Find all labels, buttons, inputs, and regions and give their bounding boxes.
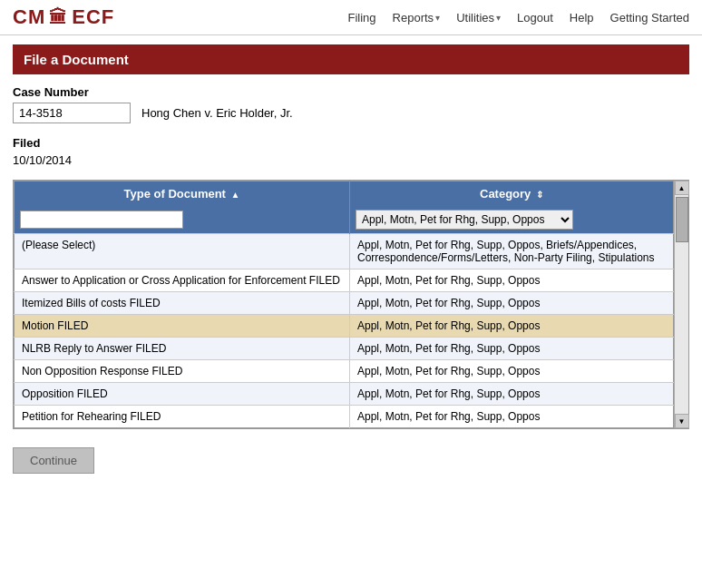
table-row[interactable]: Itemized Bills of costs FILEDAppl, Motn,… <box>15 292 674 315</box>
logo: CM 🏛 ECF <box>13 5 114 29</box>
table-header-row: Type of Document ▲ Category ⇕ <box>15 181 674 207</box>
header: CM 🏛 ECF Filing Reports ▾ Utilities ▾ Lo… <box>0 0 702 35</box>
document-table-main: Type of Document ▲ Category ⇕ <box>14 181 674 428</box>
category-sort-indicator: ⇕ <box>536 190 543 200</box>
category-select[interactable]: Appl, Motn, Pet for Rhg, Supp, Oppos Bri… <box>356 210 573 230</box>
table-cell-category: Appl, Motn, Pet for Rhg, Supp, Oppos <box>350 338 674 360</box>
table-row[interactable]: Motion FILEDAppl, Motn, Pet for Rhg, Sup… <box>15 315 674 338</box>
table-cell-category: Appl, Motn, Pet for Rhg, Supp, Oppos, Br… <box>350 234 674 270</box>
table-cell-category: Appl, Motn, Pet for Rhg, Supp, Oppos <box>350 360 674 383</box>
continue-button[interactable]: Continue <box>13 447 94 474</box>
utilities-dropdown-arrow: ▾ <box>496 13 501 23</box>
table-cell-category: Appl, Motn, Pet for Rhg, Supp, Oppos <box>350 383 674 406</box>
scrollbar[interactable]: ▲ ▼ <box>674 181 688 428</box>
section-title: File a Document <box>13 44 689 74</box>
table-cell-type: (Please Select) <box>15 234 350 270</box>
logo-ecf: ECF <box>72 5 114 29</box>
table-cell-type: Itemized Bills of costs FILED <box>15 292 350 315</box>
filed-section: Filed 10/10/2014 <box>13 136 689 167</box>
col-type-header[interactable]: Type of Document ▲ <box>15 181 350 207</box>
table-cell-category: Appl, Motn, Pet for Rhg, Supp, Oppos <box>350 292 674 315</box>
search-row: Appl, Motn, Pet for Rhg, Supp, Oppos Bri… <box>15 206 674 234</box>
table-body: (Please Select)Appl, Motn, Pet for Rhg, … <box>15 234 674 428</box>
type-search-cell <box>15 206 350 234</box>
table-row[interactable]: Opposition FILEDAppl, Motn, Pet for Rhg,… <box>15 383 674 406</box>
table-cell-category: Appl, Motn, Pet for Rhg, Supp, Oppos <box>350 406 674 428</box>
nav-filing[interactable]: Filing <box>348 11 376 24</box>
table-cell-type: Petition for Rehearing FILED <box>15 406 350 428</box>
table-cell-type: NLRB Reply to Answer FILED <box>15 338 350 360</box>
table-cell-category: Appl, Motn, Pet for Rhg, Supp, Oppos <box>350 270 674 292</box>
nav-utilities[interactable]: Utilities ▾ <box>456 11 501 24</box>
filed-date: 10/10/2014 <box>13 153 689 167</box>
type-search-input[interactable] <box>20 211 183 229</box>
case-name: Hong Chen v. Eric Holder, Jr. <box>141 106 293 120</box>
table-row[interactable]: Petition for Rehearing FILEDAppl, Motn, … <box>15 406 674 428</box>
logo-cm: CM <box>13 5 45 29</box>
table-row[interactable]: Answer to Application or Cross Applicati… <box>15 270 674 292</box>
case-row: Hong Chen v. Eric Holder, Jr. <box>13 103 689 123</box>
col-category-header[interactable]: Category ⇕ <box>350 181 674 207</box>
scroll-up-button[interactable]: ▲ <box>675 181 689 195</box>
table-cell-type: Answer to Application or Cross Applicati… <box>15 270 350 292</box>
scroll-down-button[interactable]: ▼ <box>675 414 689 428</box>
document-table: Type of Document ▲ Category ⇕ <box>14 181 674 428</box>
case-number-input[interactable] <box>13 103 131 123</box>
reports-dropdown-arrow: ▾ <box>435 13 440 23</box>
category-select-cell: Appl, Motn, Pet for Rhg, Supp, Oppos Bri… <box>350 206 674 234</box>
table-cell-type: Motion FILED <box>15 315 350 338</box>
nav: Filing Reports ▾ Utilities ▾ Logout Help… <box>348 11 689 24</box>
table-row[interactable]: (Please Select)Appl, Motn, Pet for Rhg, … <box>15 234 674 270</box>
table-row[interactable]: Non Opposition Response FILEDAppl, Motn,… <box>15 360 674 383</box>
nav-reports[interactable]: Reports ▾ <box>393 11 441 24</box>
type-sort-indicator: ▲ <box>231 190 240 200</box>
main-content: File a Document Case Number Hong Chen v.… <box>0 35 702 483</box>
nav-help[interactable]: Help <box>570 11 594 24</box>
scroll-thumb[interactable] <box>676 197 688 242</box>
nav-getting-started[interactable]: Getting Started <box>610 11 689 24</box>
table-row[interactable]: NLRB Reply to Answer FILEDAppl, Motn, Pe… <box>15 338 674 360</box>
case-number-label: Case Number <box>13 85 689 99</box>
table-cell-type: Opposition FILED <box>15 383 350 406</box>
filed-label: Filed <box>13 136 689 150</box>
table-cell-category: Appl, Motn, Pet for Rhg, Supp, Oppos <box>350 315 674 338</box>
table-cell-type: Non Opposition Response FILED <box>15 360 350 383</box>
document-table-wrapper: Type of Document ▲ Category ⇕ <box>13 180 689 429</box>
logo-icon: 🏛 <box>49 7 68 28</box>
nav-logout[interactable]: Logout <box>517 11 553 24</box>
